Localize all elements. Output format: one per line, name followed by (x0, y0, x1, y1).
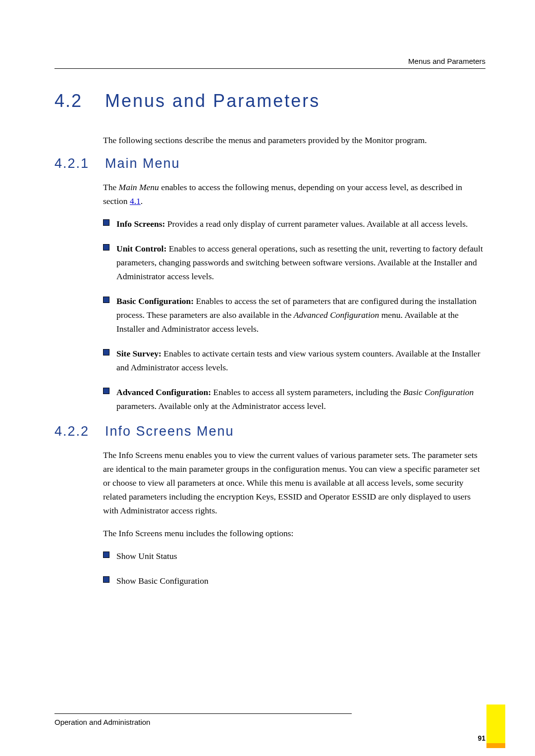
bullet-text: Show Basic Configuration (116, 574, 209, 588)
square-bullet-icon (103, 349, 109, 355)
main-menu-paragraph: The Main Menu enables to access the foll… (103, 180, 485, 208)
section-heading-4-2: 4.2 Menus and Parameters (54, 91, 485, 111)
intro-paragraph: The following sections describe the menu… (103, 133, 485, 147)
list-item: Unit Control: Enables to access general … (103, 242, 485, 283)
section-title: Menus and Parameters (105, 91, 320, 111)
section-number: 4.2.1 (54, 156, 103, 171)
bullet-body: parameters. Available only at the Admini… (116, 401, 326, 411)
info-screens-paragraph-1: The Info Screens menu enables you to vie… (103, 448, 485, 517)
main-menu-bullet-list: Info Screens: Provides a read only displ… (103, 217, 485, 413)
list-item: Show Unit Status (103, 549, 485, 563)
info-screens-bullet-list: Show Unit Status Show Basic Configuratio… (103, 549, 485, 588)
bullet-label: Site Survey: (116, 349, 161, 358)
info-screens-paragraph-2: The Info Screens menu includes the follo… (103, 526, 485, 540)
italic-text: Main Menu (119, 182, 159, 192)
page-edge-tab (486, 705, 505, 748)
footer-rule (54, 713, 352, 714)
bullet-label: Advanced Configuration: (116, 387, 211, 397)
list-item: Advanced Configuration: Enables to acces… (103, 385, 485, 413)
bullet-text: Info Screens: Provides a read only displ… (116, 217, 468, 231)
square-bullet-icon (103, 552, 109, 558)
square-bullet-icon (103, 388, 109, 394)
list-item: Info Screens: Provides a read only displ… (103, 217, 485, 231)
running-head-text: Menus and Parameters (54, 57, 485, 68)
page-number: 91 (478, 734, 485, 742)
bullet-body: Enables to access all system parameters,… (211, 387, 403, 397)
bullet-label: Basic Configuration: (116, 296, 194, 306)
bullet-label: Unit Control: (116, 244, 166, 253)
bullet-text: Site Survey: Enables to activate certain… (116, 347, 485, 374)
bullet-body: Provides a read only display of current … (165, 219, 468, 229)
bullet-label: Info Screens: (116, 219, 165, 229)
bullet-text: Unit Control: Enables to access general … (116, 242, 485, 283)
orange-tab (486, 743, 505, 748)
header-rule (54, 68, 485, 69)
bullet-text: Basic Configuration: Enables to access t… (116, 294, 485, 336)
section-heading-4-2-2: 4.2.2 Info Screens Menu (54, 424, 485, 439)
page-footer: Operation and Administration (54, 713, 485, 726)
section-title: Info Screens Menu (105, 424, 234, 439)
text: The (103, 182, 119, 192)
footer-left-text: Operation and Administration (54, 718, 485, 726)
bullet-text: Show Unit Status (116, 549, 177, 563)
yellow-tab (486, 705, 505, 743)
page-header: Menus and Parameters (54, 57, 485, 69)
bullet-body: Enables to access general operations, su… (116, 244, 483, 281)
list-item: Basic Configuration: Enables to access t… (103, 294, 485, 336)
italic-text: Advanced Configuration (294, 310, 379, 320)
section-heading-4-2-1: 4.2.1 Main Menu (54, 156, 485, 171)
square-bullet-icon (103, 244, 109, 251)
list-item: Site Survey: Enables to activate certain… (103, 347, 485, 374)
square-bullet-icon (103, 219, 109, 226)
page-content: 4.2 Menus and Parameters The following s… (54, 91, 485, 588)
square-bullet-icon (103, 576, 109, 583)
italic-text: Basic Configuration (403, 387, 474, 397)
section-number: 4.2 (54, 91, 103, 111)
list-item: Show Basic Configuration (103, 574, 485, 588)
section-number: 4.2.2 (54, 424, 103, 439)
square-bullet-icon (103, 297, 109, 303)
text: . (141, 196, 143, 206)
cross-ref-link[interactable]: 4.1 (130, 196, 141, 206)
bullet-body: Enables to activate certain tests and vi… (116, 349, 480, 372)
section-title: Main Menu (105, 156, 180, 171)
bullet-text: Advanced Configuration: Enables to acces… (116, 385, 485, 413)
